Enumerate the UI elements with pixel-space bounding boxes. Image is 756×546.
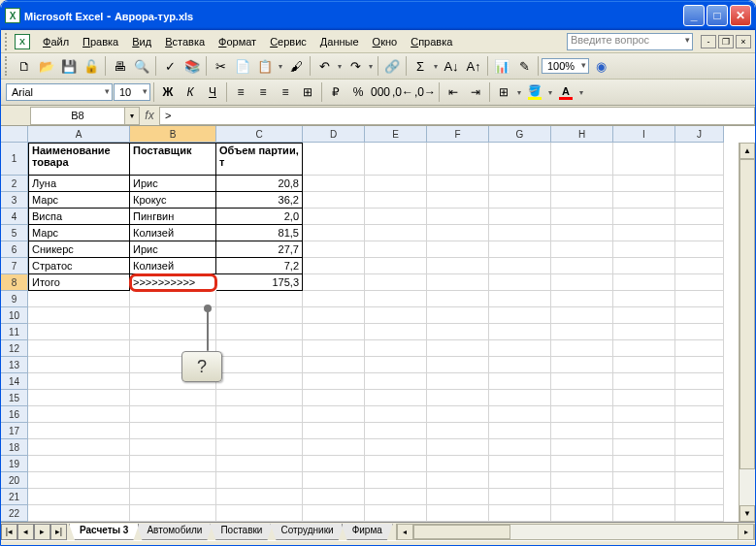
mdi-close-button[interactable]: × bbox=[736, 35, 751, 48]
cell-H9[interactable] bbox=[551, 291, 613, 307]
cell-G8[interactable] bbox=[489, 274, 551, 291]
cell-C12[interactable] bbox=[216, 340, 303, 357]
cell-B1[interactable]: Поставщик bbox=[130, 143, 216, 176]
print-button[interactable]: 🖶 bbox=[109, 55, 130, 77]
cell-C14[interactable] bbox=[216, 373, 303, 390]
fx-button[interactable]: fx bbox=[140, 109, 159, 122]
cell-A3[interactable]: Марс bbox=[28, 192, 130, 209]
cell-C13[interactable] bbox=[216, 357, 303, 373]
cell-I19[interactable] bbox=[613, 456, 675, 472]
toolbar-handle[interactable] bbox=[5, 33, 11, 50]
cell-I8[interactable] bbox=[613, 274, 675, 291]
align-center-button[interactable]: ≡ bbox=[252, 81, 274, 103]
cell-A13[interactable] bbox=[28, 357, 130, 373]
cell-E19[interactable] bbox=[365, 456, 427, 472]
tab-nav-last[interactable]: ▸| bbox=[50, 524, 67, 540]
menu-правка[interactable]: Правка bbox=[76, 34, 125, 49]
cell-C10[interactable] bbox=[216, 307, 303, 324]
cell-D9[interactable] bbox=[303, 291, 365, 307]
row-header-7[interactable]: 7 bbox=[1, 258, 28, 274]
row-header-13[interactable]: 13 bbox=[1, 357, 28, 373]
cell-H18[interactable] bbox=[551, 439, 613, 456]
tab-nav-next[interactable]: ▸ bbox=[34, 524, 50, 540]
cell-E2[interactable] bbox=[365, 176, 427, 192]
scroll-up-button[interactable]: ▲ bbox=[740, 143, 755, 159]
cell-B21[interactable] bbox=[130, 489, 216, 505]
row-header-18[interactable]: 18 bbox=[1, 439, 28, 456]
cell-C8[interactable]: 175,3 bbox=[216, 274, 303, 291]
cell-H4[interactable] bbox=[551, 209, 613, 225]
cell-D5[interactable] bbox=[303, 225, 365, 241]
help-button[interactable]: ◉ bbox=[590, 55, 611, 77]
cell-D19[interactable] bbox=[303, 456, 365, 472]
cell-A6[interactable]: Сникерс bbox=[28, 241, 130, 258]
cell-B4[interactable]: Пингвин bbox=[130, 209, 216, 225]
chart-button[interactable]: 📊 bbox=[491, 55, 512, 77]
close-button[interactable]: ✕ bbox=[730, 5, 751, 26]
scroll-down-button[interactable]: ▼ bbox=[740, 505, 755, 522]
cell-I21[interactable] bbox=[613, 489, 675, 505]
cell-C15[interactable] bbox=[216, 390, 303, 406]
cell-J22[interactable] bbox=[675, 505, 724, 522]
sheet-tab-4[interactable]: Фирма bbox=[342, 524, 393, 540]
cell-H3[interactable] bbox=[551, 192, 613, 209]
cell-I14[interactable] bbox=[613, 373, 675, 390]
cell-C21[interactable] bbox=[216, 489, 303, 505]
cell-E13[interactable] bbox=[365, 357, 427, 373]
cell-I9[interactable] bbox=[613, 291, 675, 307]
cell-G16[interactable] bbox=[489, 406, 551, 423]
cell-J20[interactable] bbox=[675, 472, 724, 489]
row-header-22[interactable]: 22 bbox=[1, 505, 28, 522]
cell-J2[interactable] bbox=[675, 176, 724, 192]
format-painter-button[interactable]: 🖌 bbox=[285, 55, 307, 77]
font-combo[interactable]: Arial bbox=[6, 83, 113, 101]
cell-A19[interactable] bbox=[28, 456, 130, 472]
cell-H21[interactable] bbox=[551, 489, 613, 505]
sheet-tab-1[interactable]: Автомобили bbox=[136, 524, 213, 540]
cell-G10[interactable] bbox=[489, 307, 551, 324]
cell-C7[interactable]: 7,2 bbox=[216, 258, 303, 274]
cell-J19[interactable] bbox=[675, 456, 724, 472]
row-header-17[interactable]: 17 bbox=[1, 423, 28, 439]
font-color-button[interactable]: А bbox=[555, 81, 576, 103]
cell-G1[interactable] bbox=[489, 143, 551, 176]
cell-G9[interactable] bbox=[489, 291, 551, 307]
cell-I20[interactable] bbox=[613, 472, 675, 489]
cell-F15[interactable] bbox=[427, 390, 489, 406]
cell-H6[interactable] bbox=[551, 241, 613, 258]
menu-вставка[interactable]: Вставка bbox=[158, 34, 212, 49]
cell-J16[interactable] bbox=[675, 406, 724, 423]
cell-F22[interactable] bbox=[427, 505, 489, 522]
cell-G3[interactable] bbox=[489, 192, 551, 209]
cell-B7[interactable]: Колизей bbox=[130, 258, 216, 274]
column-header-J[interactable]: J bbox=[675, 126, 724, 143]
cell-F20[interactable] bbox=[427, 472, 489, 489]
row-header-9[interactable]: 9 bbox=[1, 291, 28, 307]
merge-button[interactable]: ⊞ bbox=[297, 81, 318, 103]
cell-E4[interactable] bbox=[365, 209, 427, 225]
menu-данные[interactable]: Данные bbox=[313, 34, 366, 49]
cell-H19[interactable] bbox=[551, 456, 613, 472]
cell-C3[interactable]: 36,2 bbox=[216, 192, 303, 209]
cell-H10[interactable] bbox=[551, 307, 613, 324]
column-header-F[interactable]: F bbox=[427, 126, 489, 143]
cell-J10[interactable] bbox=[675, 307, 724, 324]
cell-I7[interactable] bbox=[613, 258, 675, 274]
select-all-corner[interactable] bbox=[1, 126, 28, 143]
cell-C5[interactable]: 81,5 bbox=[216, 225, 303, 241]
cell-D13[interactable] bbox=[303, 357, 365, 373]
name-box-dropdown[interactable]: ▾ bbox=[125, 107, 140, 125]
cell-G17[interactable] bbox=[489, 423, 551, 439]
cell-E15[interactable] bbox=[365, 390, 427, 406]
column-header-H[interactable]: H bbox=[551, 126, 613, 143]
cell-I22[interactable] bbox=[613, 505, 675, 522]
cell-A16[interactable] bbox=[28, 406, 130, 423]
cell-A15[interactable] bbox=[28, 390, 130, 406]
mdi-minimize-button[interactable]: - bbox=[701, 35, 716, 48]
cell-A20[interactable] bbox=[28, 472, 130, 489]
cell-I2[interactable] bbox=[613, 176, 675, 192]
cell-F17[interactable] bbox=[427, 423, 489, 439]
cell-G19[interactable] bbox=[489, 456, 551, 472]
cell-H14[interactable] bbox=[551, 373, 613, 390]
cut-button[interactable]: ✂ bbox=[210, 55, 231, 77]
